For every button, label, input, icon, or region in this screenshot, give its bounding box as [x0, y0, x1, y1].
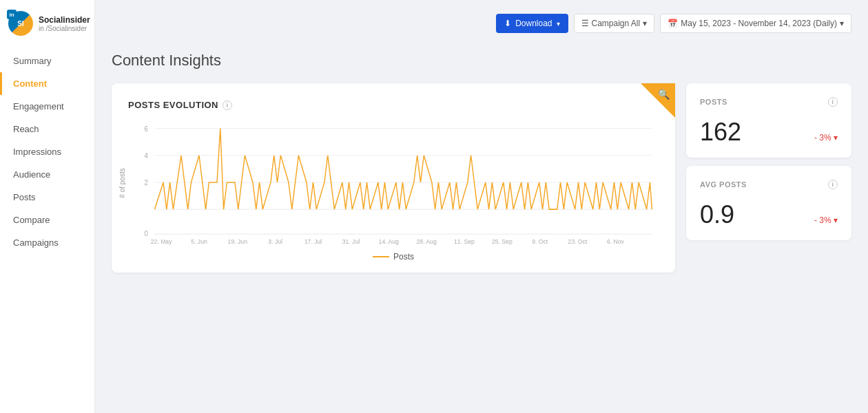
posts-change: - 3% ▾ [814, 133, 838, 142]
sidebar-item-summary[interactable]: Summary [0, 50, 94, 72]
svg-text:2: 2 [145, 179, 149, 187]
campaign-filter-label: Campaign All [592, 19, 641, 28]
posts-stat-label: POSTS i [700, 97, 838, 107]
posts-stat-value: 162 - 3% ▾ [700, 118, 838, 147]
avatar: in SI [8, 11, 33, 36]
brand-handle: in /Socialinsider [39, 25, 90, 32]
sidebar-item-reach[interactable]: Reach [0, 118, 94, 140]
sidebar-item-campaigns[interactable]: Campaigns [0, 231, 94, 254]
svg-text:11. Sep: 11. Sep [454, 238, 475, 245]
brand-info: Socialinsider in /Socialinsider [39, 15, 90, 32]
search-icon: 🔍 [658, 89, 670, 100]
campaign-chevron-icon: ▾ [643, 19, 647, 28]
chart-title: POSTS EVOLUTION i [128, 100, 659, 110]
avg-posts-info-icon[interactable]: i [828, 180, 838, 189]
y-axis-label: # of posts [118, 168, 126, 198]
brand-section: in SI Socialinsider in /Socialinsider [0, 11, 94, 50]
campaign-filter-icon: ☰ [581, 19, 589, 28]
sidebar-item-impressions[interactable]: Impressions [0, 140, 94, 163]
sidebar-item-compare[interactable]: Compare [0, 209, 94, 231]
svg-text:4: 4 [145, 152, 149, 160]
posts-chart-svg: 6 4 2 0 22. May 5. Jun 19. Jun 3. Jul 17… [128, 121, 659, 245]
download-chevron-icon: ▾ [557, 20, 560, 28]
date-range-button[interactable]: 📅 May 15, 2023 - November 14, 2023 (Dail… [660, 14, 851, 33]
avg-posts-stat-card: AVG POSTS i 0.9 - 3% ▾ [686, 166, 851, 240]
brand-name: Socialinsider [39, 15, 90, 25]
date-range-label: May 15, 2023 - November 14, 2023 (Daily) [681, 19, 837, 28]
svg-text:17. Jul: 17. Jul [304, 238, 322, 245]
posts-evolution-card: 🔍 POSTS EVOLUTION i # of posts 6 4 [112, 83, 675, 273]
chart-info-icon[interactable]: i [223, 100, 232, 110]
svg-text:5. Jun: 5. Jun [191, 238, 207, 245]
sidebar-item-engagement[interactable]: Engagement [0, 95, 94, 118]
linkedin-badge: in [7, 10, 17, 19]
content-area: 🔍 POSTS EVOLUTION i # of posts 6 4 [112, 83, 851, 273]
svg-text:28. Aug: 28. Aug [416, 238, 436, 245]
svg-text:0: 0 [145, 230, 149, 238]
sidebar-item-content[interactable]: Content [0, 72, 94, 95]
posts-info-icon[interactable]: i [828, 97, 838, 107]
svg-text:6. Nov: 6. Nov [607, 238, 624, 245]
svg-text:3. Jul: 3. Jul [268, 238, 282, 245]
topbar: ⬇ Download ▾ ☰ Campaign All ▾ 📅 May 15, … [496, 14, 851, 33]
svg-text:25. Sep: 25. Sep [492, 238, 513, 245]
avg-posts-stat-label: AVG POSTS i [700, 180, 838, 189]
legend-line [373, 256, 389, 257]
download-button[interactable]: ⬇ Download ▾ [496, 14, 568, 33]
svg-text:22. May: 22. May [151, 238, 172, 245]
posts-stat-card: POSTS i 162 - 3% ▾ [686, 83, 851, 158]
sidebar: in SI Socialinsider in /Socialinsider Su… [0, 0, 95, 413]
svg-text:31. Jul: 31. Jul [342, 238, 360, 245]
svg-text:9. Oct: 9. Oct [532, 238, 548, 245]
svg-text:23. Oct: 23. Oct [568, 238, 588, 245]
main-content: ⬇ Download ▾ ☰ Campaign All ▾ 📅 May 15, … [95, 0, 868, 413]
chart-legend: Posts [128, 252, 659, 262]
posts-label: POSTS [700, 98, 727, 106]
svg-text:14. Aug: 14. Aug [379, 238, 399, 245]
date-chevron-icon: ▾ [840, 19, 844, 28]
posts-number: 162 [700, 118, 741, 147]
sidebar-item-posts[interactable]: Posts [0, 186, 94, 209]
campaign-filter-button[interactable]: ☰ Campaign All ▾ [574, 14, 655, 33]
svg-text:19. Jun: 19. Jun [228, 238, 247, 245]
download-label: Download [515, 19, 552, 28]
calendar-icon: 📅 [668, 19, 678, 28]
page-title: Content Insights [112, 52, 851, 70]
avg-posts-change: - 3% ▾ [814, 215, 838, 225]
chart-title-text: POSTS EVOLUTION [128, 100, 218, 110]
avg-posts-number: 0.9 [700, 200, 734, 229]
legend-label: Posts [393, 252, 414, 262]
chart-container: # of posts 6 4 2 0 22. May [128, 121, 659, 245]
stats-sidebar: POSTS i 162 - 3% ▾ AVG POSTS i 0.9 - 3% … [686, 83, 851, 240]
download-icon: ⬇ [504, 19, 511, 28]
avg-posts-stat-value: 0.9 - 3% ▾ [700, 200, 838, 229]
svg-text:6: 6 [145, 125, 149, 133]
avg-posts-label: AVG POSTS [700, 180, 747, 189]
sidebar-item-audience[interactable]: Audience [0, 163, 94, 186]
